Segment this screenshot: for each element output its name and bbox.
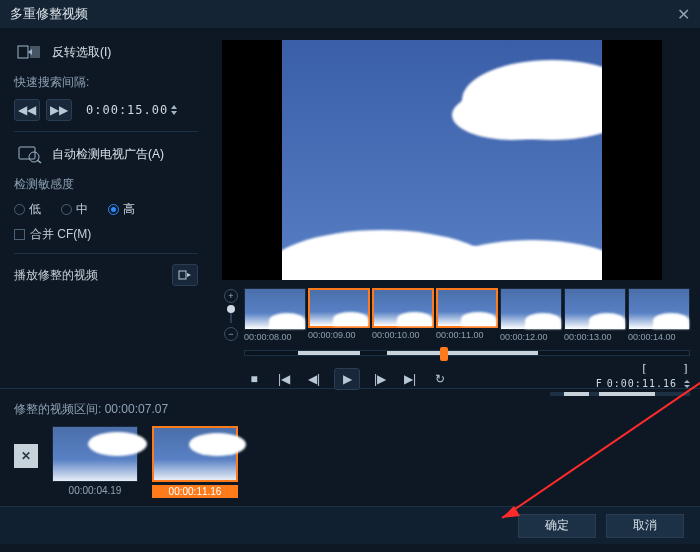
fast-search-label: 快速搜索间隔:: [14, 74, 198, 91]
forward-button[interactable]: ▶▶: [46, 99, 72, 121]
tv-search-icon: [14, 142, 44, 166]
next-clip-button[interactable]: ▶|: [400, 369, 420, 389]
zoom-slider[interactable]: [230, 307, 232, 323]
preview-area: + − 00:00:08.0000:00:09.0000:00:10.0000:…: [212, 28, 700, 384]
clips-row: ✕ 00:00:04.1900:00:11.16: [14, 426, 686, 498]
svg-rect-0: [18, 46, 28, 58]
scrubber-track[interactable]: [244, 350, 690, 356]
sensitivity-radios: 低 中 高: [14, 201, 198, 218]
radio-high[interactable]: 高: [108, 201, 135, 218]
radio-low[interactable]: 低: [14, 201, 41, 218]
thumb-time: 00:00:10.00: [372, 330, 434, 340]
rewind-button[interactable]: ◀◀: [14, 99, 40, 121]
play-button[interactable]: ▶: [334, 368, 360, 390]
dialog-footer: 确定 取消: [0, 506, 700, 544]
region-label: 修整的视频区间: 00:00:07.07: [14, 401, 686, 418]
mark-in-icon[interactable]: [: [641, 362, 649, 375]
clip-time: 00:00:11.16: [152, 485, 238, 498]
thumb-time: 00:00:08.00: [244, 332, 306, 342]
delete-clip-button[interactable]: ✕: [14, 444, 38, 468]
play-trimmed-button[interactable]: [172, 264, 198, 286]
autodetect-label: 自动检测电视广告(A): [52, 146, 164, 163]
f-label: F: [596, 378, 603, 389]
play-trimmed-row: 播放修整的视频: [14, 264, 198, 286]
invert-label: 反转选取(I): [52, 44, 111, 61]
timeline-thumb[interactable]: 00:00:09.00: [308, 288, 370, 342]
readout-spinner[interactable]: [684, 379, 690, 389]
close-icon[interactable]: ✕: [677, 5, 690, 24]
timeline-thumb[interactable]: 00:00:13.00: [564, 288, 626, 342]
time-readout-area: [ ] F 0:00:11.16: [550, 362, 690, 396]
thumb-time: 00:00:09.00: [308, 330, 370, 340]
timeline: + − 00:00:08.0000:00:09.0000:00:10.0000:…: [222, 288, 690, 342]
svg-rect-2: [19, 147, 35, 159]
timeline-thumb[interactable]: 00:00:12.00: [500, 288, 562, 342]
mark-out-icon[interactable]: ]: [682, 362, 690, 375]
timeline-thumb[interactable]: 00:00:08.00: [244, 288, 306, 342]
current-time: 0:00:11.16: [607, 378, 677, 389]
ok-button[interactable]: 确定: [518, 514, 596, 538]
cancel-button[interactable]: 取消: [606, 514, 684, 538]
preview-image: [282, 40, 602, 280]
radio-mid[interactable]: 中: [61, 201, 88, 218]
zoom-out-button[interactable]: −: [224, 327, 238, 341]
playback-controls: ■ |◀ ◀| ▶ |▶ ▶| ↻ [ ] F 0:00:11.16: [244, 362, 690, 396]
timeline-thumb[interactable]: 00:00:11.00: [436, 288, 498, 342]
spin-down-icon[interactable]: [171, 111, 177, 115]
video-preview: [222, 40, 662, 280]
thumb-time: 00:00:11.00: [436, 330, 498, 340]
divider: [14, 131, 198, 132]
merge-cf-label: 合并 CF(M): [30, 226, 91, 243]
thumbnail-strip[interactable]: 00:00:08.0000:00:09.0000:00:10.0000:00:1…: [244, 288, 690, 342]
svg-line-4: [37, 160, 41, 163]
thumb-time: 00:00:12.00: [500, 332, 562, 342]
mark-brackets: [ ]: [641, 362, 690, 375]
clips-region: 修整的视频区间: 00:00:07.07 ✕ 00:00:04.1900:00:…: [0, 393, 700, 506]
zoom-controls: + −: [222, 289, 240, 341]
window-title: 多重修整视频: [10, 5, 88, 23]
region-duration: 00:00:07.07: [105, 402, 168, 416]
time-spinner[interactable]: [171, 104, 177, 116]
interval-time-value: 0:00:15.00: [86, 103, 168, 117]
step-forward-button[interactable]: |▶: [370, 369, 390, 389]
interval-controls: ◀◀ ▶▶ 0:00:15.00: [14, 99, 198, 121]
autodetect-button[interactable]: 自动检测电视广告(A): [14, 142, 198, 166]
spin-up-icon[interactable]: [171, 105, 177, 109]
timeline-thumb[interactable]: 00:00:14.00: [628, 288, 690, 342]
timeline-thumb[interactable]: 00:00:10.00: [372, 288, 434, 342]
clip-time: 00:00:04.19: [52, 485, 138, 496]
divider: [14, 253, 198, 254]
clip-item[interactable]: 00:00:04.19: [52, 426, 138, 498]
sensitivity-label: 检测敏感度: [14, 176, 198, 193]
thumb-time: 00:00:13.00: [564, 332, 626, 342]
stop-button[interactable]: ■: [244, 369, 264, 389]
prev-clip-button[interactable]: |◀: [274, 369, 294, 389]
interval-time-input[interactable]: 0:00:15.00: [86, 103, 177, 117]
zoom-in-button[interactable]: +: [224, 289, 238, 303]
play-trimmed-label: 播放修整的视频: [14, 267, 98, 284]
title-bar: 多重修整视频 ✕: [0, 0, 700, 28]
invert-selection-button[interactable]: 反转选取(I): [14, 40, 198, 64]
checkbox-icon: [14, 229, 25, 240]
invert-icon: [14, 40, 44, 64]
loop-button[interactable]: ↻: [430, 369, 450, 389]
mini-scrubber[interactable]: [550, 392, 690, 396]
clip-item[interactable]: 00:00:11.16: [152, 426, 238, 498]
step-back-button[interactable]: ◀|: [304, 369, 324, 389]
scrub-handle[interactable]: [440, 347, 448, 361]
main-area: 反转选取(I) 快速搜索间隔: ◀◀ ▶▶ 0:00:15.00 自动检测电视广…: [0, 28, 700, 384]
sidebar: 反转选取(I) 快速搜索间隔: ◀◀ ▶▶ 0:00:15.00 自动检测电视广…: [0, 28, 212, 384]
thumb-time: 00:00:14.00: [628, 332, 690, 342]
svg-rect-5: [179, 271, 186, 279]
merge-cf-checkbox[interactable]: 合并 CF(M): [14, 226, 198, 243]
